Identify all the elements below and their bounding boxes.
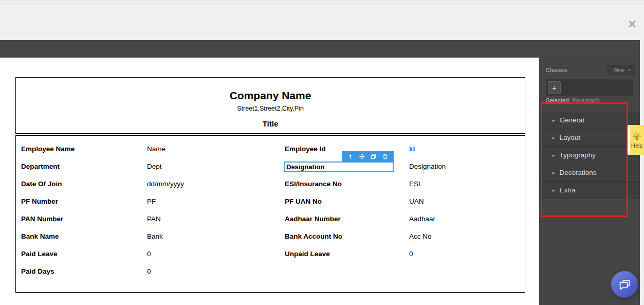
field-value[interactable]: PAN xyxy=(147,215,285,223)
company-address[interactable]: Street1,Street2,City,Pin xyxy=(16,105,525,112)
field-value[interactable]: Id xyxy=(409,145,522,153)
company-name[interactable]: Company Name xyxy=(16,90,525,101)
speech-bubbles-icon xyxy=(618,278,632,292)
field-value[interactable]: 0 xyxy=(147,250,285,258)
help-label: Help xyxy=(631,142,643,149)
field-label[interactable]: PF UAN No xyxy=(285,198,409,205)
field-label[interactable]: Department xyxy=(21,163,147,170)
sector-label: Layout xyxy=(560,134,581,141)
copy-button[interactable] xyxy=(370,153,377,160)
table-row[interactable]: Paid Leave 0 Unpaid Leave 0 xyxy=(21,245,522,262)
selected-prefix: Selected: xyxy=(546,97,571,103)
sector-label: Typography xyxy=(560,151,596,159)
component-toolbar xyxy=(342,151,394,162)
sector-label: General xyxy=(560,116,584,124)
caret-right-icon: ▸ xyxy=(553,153,555,158)
caret-right-icon: ▸ xyxy=(553,118,555,123)
table-row[interactable]: Employee Name Name Employee Id Id xyxy=(21,140,522,157)
state-dropdown-value: - State - xyxy=(612,67,627,73)
lightbulb-icon xyxy=(632,132,642,142)
class-tags-field[interactable]: + xyxy=(546,79,633,96)
field-value[interactable]: UAN xyxy=(409,198,522,205)
modal-header: × xyxy=(0,0,644,40)
style-sectors: ▸ General ▸ Layout ▸ Typography ▸ Decora… xyxy=(539,112,640,199)
field-label[interactable]: Employee Name xyxy=(21,145,147,153)
field-value[interactable]: 0 xyxy=(409,250,522,258)
add-class-button[interactable]: + xyxy=(548,81,561,94)
field-value[interactable]: 0 xyxy=(147,267,285,275)
field-label[interactable]: Unpaid Leave xyxy=(285,250,409,258)
style-manager-sidebar: Classes - State - ▾ + Selected: Paragrap… xyxy=(539,58,640,305)
chevron-down-icon: ▾ xyxy=(629,68,631,72)
field-value[interactable]: Name xyxy=(147,145,285,153)
selected-value: Paragraph xyxy=(572,97,600,103)
editor-toolbar xyxy=(0,40,640,58)
select-parent-button[interactable] xyxy=(347,153,354,160)
field-value[interactable]: ESI xyxy=(409,180,522,188)
field-label[interactable]: Date Of Join xyxy=(21,180,147,188)
caret-right-icon: ▸ xyxy=(553,188,555,193)
table-row[interactable]: Paid Days 0 xyxy=(21,262,522,280)
field-label[interactable]: Paid Days xyxy=(21,267,147,275)
payslip-header-box[interactable]: Company Name Street1,Street2,City,Pin Ti… xyxy=(15,77,525,134)
table-row[interactable]: Bank Name Bank Bank Account No Acc No xyxy=(21,227,522,245)
sector-decorations[interactable]: ▸ Decorations xyxy=(539,164,640,182)
caret-right-icon: ▸ xyxy=(553,135,555,140)
field-label[interactable]: Bank Account No xyxy=(285,232,409,240)
sector-typography[interactable]: ▸ Typography xyxy=(539,147,640,164)
table-row[interactable]: PAN Number PAN Aadhaar Number Aadhaar xyxy=(21,210,522,227)
field-label[interactable]: PAN Number xyxy=(21,215,147,223)
field-value[interactable]: Designation xyxy=(409,163,522,170)
field-label[interactable]: PF Number xyxy=(21,198,147,205)
field-value[interactable]: dd/mm/yyyy xyxy=(147,180,285,188)
employee-details-box[interactable]: Employee Name Name Employee Id Id Depart… xyxy=(15,135,525,293)
help-tab[interactable]: Help xyxy=(628,125,644,155)
sector-label: Extra xyxy=(560,186,576,194)
close-icon[interactable]: × xyxy=(625,17,639,32)
field-label[interactable]: Bank Name xyxy=(21,232,147,240)
state-dropdown[interactable]: - State - ▾ xyxy=(607,65,635,75)
field-value[interactable]: Acc No xyxy=(409,232,522,240)
delete-button[interactable] xyxy=(382,153,389,160)
field-label[interactable]: ESI/Insurance No xyxy=(285,180,409,188)
editor-canvas: Company Name Street1,Street2,City,Pin Ti… xyxy=(0,58,539,305)
chat-widget-button[interactable] xyxy=(611,271,638,298)
selected-component-designation[interactable]: Designation xyxy=(284,162,394,172)
sector-label: Decorations xyxy=(560,169,597,176)
payslip-title[interactable]: Title xyxy=(16,120,525,128)
field-value[interactable]: Aadhaar xyxy=(409,215,522,223)
field-label[interactable]: Paid Leave xyxy=(21,250,147,258)
classes-label: Classes xyxy=(546,67,567,73)
field-value[interactable]: Dept xyxy=(147,163,285,170)
table-row[interactable]: Date Of Join dd/mm/yyyy ESI/Insurance No… xyxy=(21,175,522,192)
field-value[interactable]: PF xyxy=(147,198,285,205)
field-label[interactable]: Aadhaar Number xyxy=(285,215,409,223)
table-row[interactable]: Department Dept Designation xyxy=(21,157,522,175)
move-button[interactable] xyxy=(359,153,365,160)
caret-right-icon: ▸ xyxy=(553,170,555,175)
sector-layout[interactable]: ▸ Layout xyxy=(539,129,640,147)
sector-general[interactable]: ▸ General xyxy=(539,112,640,129)
employee-details-rows: Employee Name Name Employee Id Id Depart… xyxy=(21,140,522,280)
table-row[interactable]: PF Number PF PF UAN No UAN xyxy=(21,192,522,210)
field-value[interactable]: Bank xyxy=(147,232,285,240)
selected-component-line: Selected: Paragraph xyxy=(546,97,600,103)
sector-extra[interactable]: ▸ Extra xyxy=(539,182,640,199)
